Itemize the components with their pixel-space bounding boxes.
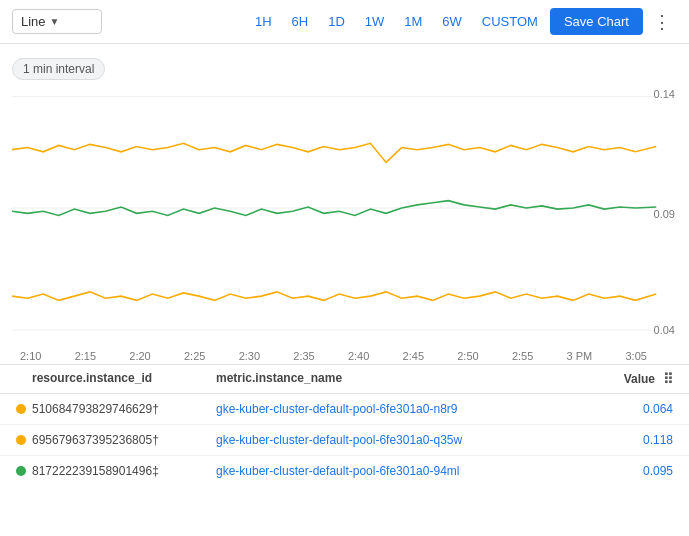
chevron-down-icon: ▼ (50, 16, 60, 27)
x-label-7: 2:45 (403, 350, 424, 362)
metric-col-0: gke-kuber-cluster-default-pool-6fe301a0-… (216, 402, 593, 416)
x-label-0: 2:10 (20, 350, 41, 362)
time-btn-custom[interactable]: CUSTOM (474, 10, 546, 33)
dot-2 (16, 466, 26, 476)
chart-wrapper: 0.14 0.09 0.04 (12, 86, 677, 346)
x-label-10: 3 PM (567, 350, 593, 362)
legend-header: resource.instance_id metric.instance_nam… (0, 365, 689, 394)
chart-area: 1 min interval 0.14 0.09 0.04 2:10 2:15 … (0, 44, 689, 364)
instance-id-1: 695679637395236805† (32, 433, 159, 447)
metric-col-2: gke-kuber-cluster-default-pool-6fe301a0-… (216, 464, 593, 478)
metric-link-1[interactable]: gke-kuber-cluster-default-pool-6fe301a0-… (216, 433, 462, 447)
instance-id-2: 817222239158901496‡ (32, 464, 159, 478)
legend-table: resource.instance_id metric.instance_nam… (0, 364, 689, 486)
time-btn-1h[interactable]: 1H (247, 10, 280, 33)
instance-col-1: 695679637395236805† (16, 433, 216, 447)
metric-col-1: gke-kuber-cluster-default-pool-6fe301a0-… (216, 433, 593, 447)
x-label-1: 2:15 (75, 350, 96, 362)
interval-badge: 1 min interval (12, 58, 105, 80)
x-label-2: 2:20 (129, 350, 150, 362)
metric-link-2[interactable]: gke-kuber-cluster-default-pool-6fe301a0-… (216, 464, 459, 478)
toolbar: Line ▼ 1H 6H 1D 1W 1M 6W CUSTOM Save Cha… (0, 0, 689, 44)
save-chart-button[interactable]: Save Chart (550, 8, 643, 35)
y-label-mid: 0.09 (654, 208, 675, 220)
col-header-instance: resource.instance_id (16, 371, 216, 387)
chart-type-label: Line (21, 14, 46, 29)
dot-0 (16, 404, 26, 414)
legend-row-0: 510684793829746629† gke-kuber-cluster-de… (0, 394, 689, 425)
instance-col-0: 510684793829746629† (16, 402, 216, 416)
time-btn-6h[interactable]: 6H (284, 10, 317, 33)
grid-columns-icon[interactable]: ⠿ (663, 371, 673, 387)
time-btn-6w[interactable]: 6W (434, 10, 470, 33)
x-label-9: 2:55 (512, 350, 533, 362)
value-col-0: 0.064 (593, 402, 673, 416)
time-btn-1w[interactable]: 1W (357, 10, 393, 33)
value-col-2: 0.095 (593, 464, 673, 478)
time-buttons: 1H 6H 1D 1W 1M 6W CUSTOM Save Chart ⋮ (247, 8, 677, 35)
more-options-button[interactable]: ⋮ (647, 9, 677, 35)
col-header-metric: metric.instance_name (216, 371, 593, 387)
instance-col-2: 817222239158901496‡ (16, 464, 216, 478)
value-col-1: 0.118 (593, 433, 673, 447)
time-btn-1m[interactable]: 1M (396, 10, 430, 33)
x-label-6: 2:40 (348, 350, 369, 362)
metric-link-0[interactable]: gke-kuber-cluster-default-pool-6fe301a0-… (216, 402, 457, 416)
time-btn-1d[interactable]: 1D (320, 10, 353, 33)
x-label-8: 2:50 (457, 350, 478, 362)
chart-svg (12, 86, 677, 346)
legend-row-1: 695679637395236805† gke-kuber-cluster-de… (0, 425, 689, 456)
x-label-3: 2:25 (184, 350, 205, 362)
y-label-top: 0.14 (654, 88, 675, 100)
col-header-value: Value ⠿ (593, 371, 673, 387)
x-label-11: 3:05 (625, 350, 646, 362)
x-label-4: 2:30 (239, 350, 260, 362)
chart-type-select[interactable]: Line ▼ (12, 9, 102, 34)
x-label-5: 2:35 (293, 350, 314, 362)
x-axis: 2:10 2:15 2:20 2:25 2:30 2:35 2:40 2:45 … (0, 346, 659, 366)
instance-id-0: 510684793829746629† (32, 402, 159, 416)
legend-row-2: 817222239158901496‡ gke-kuber-cluster-de… (0, 456, 689, 486)
dot-1 (16, 435, 26, 445)
y-label-bot: 0.04 (654, 324, 675, 336)
